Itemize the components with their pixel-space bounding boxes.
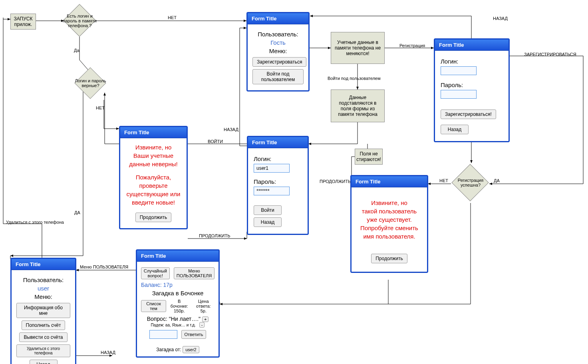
form-guest-title: Form Title xyxy=(248,13,308,24)
err-l7: введите новые! xyxy=(125,198,182,207)
err-l6: существующие или xyxy=(125,190,182,198)
edge-reg: Регистрация xyxy=(399,43,425,48)
edge-net2: НЕТ xyxy=(96,105,105,110)
game-barrel-value: 150р. xyxy=(170,308,189,313)
edge-nazad-reg: НАЗАД xyxy=(493,16,508,21)
err-continue-button[interactable]: Продолжить xyxy=(135,213,172,222)
form-error: Form Title Извините, но Ваши учетные дан… xyxy=(119,126,188,229)
game-answer-button[interactable]: Ответить xyxy=(181,330,206,339)
user-back-button[interactable]: Назад xyxy=(30,360,58,364)
err-l4: Пожалуйста, xyxy=(125,173,182,181)
edge-nazad-bottom: НАЗАД xyxy=(101,350,115,355)
guest-user-value: Гость xyxy=(252,39,304,46)
game-price-value: 5р. xyxy=(193,308,215,313)
ex-continue-button[interactable]: Продолжить xyxy=(371,254,407,263)
reg-pass-input[interactable] xyxy=(441,90,477,99)
edge-prodolzhit-error: ПРОДОЛЖИТЬ xyxy=(199,233,230,238)
game-heading: Загадка в Бочонке xyxy=(141,290,215,296)
guest-login-as-button[interactable]: Войти под пользователем xyxy=(252,69,304,84)
edge-menu-user: Меню ПОЛЬЗОВАТЕЛЯ xyxy=(80,265,128,269)
form-game-title: Form Title xyxy=(137,251,219,262)
err-l1: Извините, но xyxy=(125,143,182,151)
decision-reg-ok xyxy=(451,164,489,201)
form-login: Form Title Логин: Пароль: Войти Назад xyxy=(247,136,309,235)
reg-login-label: Логин: xyxy=(441,58,503,65)
guest-register-button[interactable]: Зарегистрироваться xyxy=(252,57,306,67)
edge-voiti: ВОЙТИ xyxy=(208,139,223,144)
game-menu-button[interactable]: Меню ПОЛЬЗОВАТЕЛЯ xyxy=(174,267,215,279)
game-balance: Баланс: 17р xyxy=(141,282,215,288)
form-user-title: Form Title xyxy=(12,259,75,270)
game-price-label: Цена ответа: xyxy=(193,299,215,308)
edge-prodolzhit-exists: ПРОДОЛЖИТЬ xyxy=(320,179,351,184)
user-user-value: user xyxy=(16,285,70,292)
reg-login-input[interactable] xyxy=(441,66,477,75)
edge-da3: ДА xyxy=(494,178,500,183)
edge-voiti-pod: Войти под пользователем xyxy=(328,76,381,81)
reg-back-button[interactable]: Назад xyxy=(441,125,469,134)
start-box: ЗАПУСК прилож. xyxy=(10,14,36,30)
form-registration: Form Title Логин: Пароль: Зарегистрирова… xyxy=(434,38,510,142)
ex-l1: Извините, но xyxy=(357,199,421,207)
ex-l4: Попробуйте сменить xyxy=(357,224,421,232)
note-fields-kept: Поля не стираются! xyxy=(355,149,383,165)
game-plus-button[interactable]: + xyxy=(202,316,209,322)
user-user-label: Пользователь: xyxy=(16,276,70,283)
form-reg-title: Form Title xyxy=(435,40,509,51)
ex-l3: уже существует. xyxy=(357,215,421,224)
user-delete-button[interactable]: Удалиться с этого телефона xyxy=(16,344,70,357)
login-login-input[interactable] xyxy=(254,164,290,173)
decision-creds-valid xyxy=(74,67,106,99)
game-answer-input[interactable] xyxy=(149,330,177,339)
game-random-button[interactable]: Случайный вопрос! xyxy=(141,267,170,279)
login-login-label: Логин: xyxy=(254,155,302,162)
login-pass-label: Пароль: xyxy=(254,178,302,185)
decision-has-creds xyxy=(63,4,96,37)
login-enter-button[interactable]: Войти xyxy=(254,205,282,215)
login-back-button[interactable]: Назад xyxy=(254,217,282,227)
game-question-label: Вопрос: xyxy=(147,316,167,322)
form-login-title: Form Title xyxy=(248,137,308,148)
err-l5: проверьте xyxy=(125,181,182,190)
form-game: Form Title Случайный вопрос! Меню ПОЛЬЗО… xyxy=(136,249,220,358)
note-creds-unchanged: Учетные данные в памяти телефона не меня… xyxy=(331,32,385,64)
login-pass-input[interactable] xyxy=(254,187,290,195)
game-hint: Падеж: аа, Язык… и т.д. xyxy=(151,323,196,327)
guest-menu-label: Меню: xyxy=(252,48,304,54)
err-l3: данные неверны! xyxy=(125,160,182,168)
reg-pass-label: Пароль: xyxy=(441,82,503,88)
form-exists-title: Form Title xyxy=(352,176,427,187)
edge-nazad-login: НАЗАД xyxy=(224,127,238,132)
ex-l2: такой пользователь xyxy=(357,207,421,215)
reg-submit-button[interactable]: Зарегистрироваться! xyxy=(441,109,496,119)
edge-da1: Да xyxy=(74,48,79,53)
edge-net1: НЕТ xyxy=(168,15,177,20)
edge-udalitsya: Удалиться с этого телефона xyxy=(6,220,64,225)
game-topics-button[interactable]: Список тем xyxy=(141,300,166,312)
edge-da2: ДА xyxy=(74,210,80,215)
game-barrel-label: В бочонке: xyxy=(170,299,189,308)
game-from-label: Загадка от: xyxy=(156,347,181,352)
user-withdraw-button[interactable]: Вывести со счёта xyxy=(19,332,67,342)
game-minus-button[interactable]: - xyxy=(199,322,205,328)
user-info-button[interactable]: Информация обо мне xyxy=(16,303,70,318)
game-from-user-button[interactable]: user2 xyxy=(183,346,199,353)
form-guest: Form Title Пользователь: Гость Меню: Зар… xyxy=(246,12,310,91)
game-question-text: "Ни лает…." xyxy=(169,316,201,322)
note-prefill: Данные подставляются в поля формы из пам… xyxy=(331,90,385,122)
ex-l5: имя пользователя. xyxy=(357,232,421,241)
edge-net3: НЕТ xyxy=(439,178,448,183)
form-user-menu: Form Title Пользователь: user Меню: Инфо… xyxy=(10,258,76,364)
edge-zareg: ЗАРЕГИСТРИРОВАТЬСЯ xyxy=(524,52,576,57)
form-user-exists: Form Title Извините, но такой пользовате… xyxy=(350,175,428,273)
form-error-title: Form Title xyxy=(120,127,187,138)
guest-user-label: Пользователь: xyxy=(252,31,304,38)
user-topup-button[interactable]: Пополнить счёт xyxy=(22,320,66,330)
user-menu-label: Меню: xyxy=(16,293,70,300)
err-l2: Ваши учетные xyxy=(125,151,182,160)
